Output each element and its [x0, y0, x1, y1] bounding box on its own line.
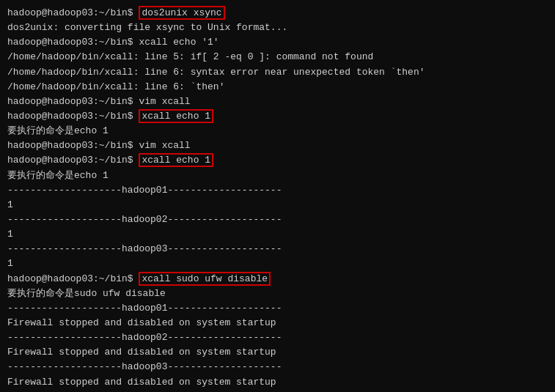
prompt: hadoop@hadoop03:~/bin$: [7, 111, 139, 122]
command-highlight: xcall echo 1: [139, 153, 213, 167]
terminal-window: hadoop@hadoop03:~/bin$ dos2unix xsync do…: [7, 6, 548, 392]
terminal-line: hadoop@hadoop03:~/bin$ xcall sudo ufw di…: [7, 272, 548, 286]
prompt: hadoop@hadoop03:~/bin$: [7, 37, 139, 48]
separator-line: --------------------hadoop01------------…: [7, 183, 548, 198]
terminal-line: 1: [7, 198, 548, 212]
command-highlight: xcall sudo ufw disable: [139, 272, 271, 286]
separator-line: --------------------hadoop02------------…: [7, 330, 548, 345]
terminal-line: hadoop@hadoop03:~/bin$ xcall echo '1': [7, 35, 548, 50]
prompt: hadoop@hadoop03:~/bin$: [7, 96, 139, 107]
terminal-line: hadoop@hadoop03:~/bin$ vim xcall: [7, 95, 548, 109]
separator-line: --------------------hadoop01------------…: [7, 301, 548, 316]
prompt: hadoop@hadoop03:~/bin$: [7, 273, 139, 284]
terminal-line: Firewall stopped and disabled on system …: [7, 375, 548, 390]
terminal-line: /home/hadoop/bin/xcall: line 5: if[ 2 -e…: [7, 50, 548, 64]
terminal-line: hadoop@hadoop03:~/bin$ dos2unix xsync: [7, 6, 548, 21]
prompt: hadoop@hadoop03:~/bin$: [7, 155, 139, 166]
terminal-line: Firewall stopped and disabled on system …: [7, 316, 548, 330]
command-highlight: xcall echo 1: [139, 109, 213, 123]
prompt: hadoop@hadoop03:~/bin$: [7, 140, 139, 151]
terminal-line: hadoop@hadoop03:~/bin$ xcall echo 1: [7, 109, 548, 124]
prompt: hadoop@hadoop03:~/bin$: [7, 7, 139, 18]
command-highlight: dos2unix xsync: [139, 6, 224, 20]
terminal-line: hadoop@hadoop03:~/bin$: [7, 390, 548, 392]
terminal-line: Firewall stopped and disabled on system …: [7, 345, 548, 360]
separator-line: --------------------hadoop03------------…: [7, 242, 548, 256]
terminal-line: /home/hadoop/bin/xcall: line 6: syntax e…: [7, 65, 548, 80]
terminal-line: 要执行的命令是echo 1: [7, 124, 548, 138]
terminal-line: dos2unix: converting file xsync to Unix …: [7, 21, 548, 35]
terminal-line: 1: [7, 227, 548, 242]
separator-line: --------------------hadoop02------------…: [7, 212, 548, 227]
terminal-line: hadoop@hadoop03:~/bin$ vim xcall: [7, 138, 548, 153]
terminal-line: 1: [7, 256, 548, 271]
terminal-line: hadoop@hadoop03:~/bin$ xcall echo 1: [7, 153, 548, 168]
separator-line: --------------------hadoop03------------…: [7, 360, 548, 374]
terminal-line: 要执行的命令是echo 1: [7, 169, 548, 183]
terminal-line: /home/hadoop/bin/xcall: line 6: `then': [7, 80, 548, 95]
terminal-line: 要执行的命令是sudo ufw disable: [7, 286, 548, 301]
